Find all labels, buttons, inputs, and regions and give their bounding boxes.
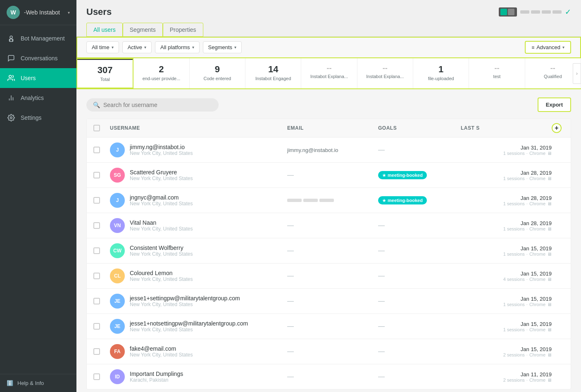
stat-test[interactable]: -- test (469, 58, 525, 88)
table-row[interactable]: J jimmy.ng@instabot.io New York City, Un… (87, 138, 571, 163)
tab-segments[interactable]: Segments (123, 23, 163, 37)
svg-point-0 (10, 36, 12, 38)
sidebar-logo[interactable]: W -Web Instabot ▾ (0, 0, 76, 25)
checkbox[interactable] (93, 373, 100, 380)
checkbox[interactable] (93, 147, 100, 153)
table-row[interactable]: JE jesse1+notsettingpw@militarytalentgro… (87, 314, 571, 339)
users-table: Username Email Goals Last S + J jimmy.ng… (86, 119, 571, 390)
row-checkbox[interactable] (93, 348, 110, 355)
table-row[interactable]: SG Scattered Gruyere New York City, Unit… (87, 163, 571, 188)
chevron-right-icon: › (576, 71, 578, 76)
tab-properties[interactable]: Properties (163, 23, 203, 37)
checkbox[interactable] (93, 247, 100, 254)
user-location: Karachi, Pakistan (130, 377, 183, 383)
table-row[interactable]: CL Coloured Lemon New York City, United … (87, 264, 571, 289)
user-details: Important Dumplings Karachi, Pakistan (130, 371, 183, 383)
user-location: New York City, United States (130, 327, 248, 333)
table-row[interactable]: ID Important Dumplings Karachi, Pakistan… (87, 364, 571, 389)
user-location: New York City, United States (130, 201, 193, 207)
sidebar-item-analytics[interactable]: Analytics (0, 88, 76, 108)
stat-file-uploaded[interactable]: 1 file-uploaded (413, 58, 469, 88)
checkbox[interactable] (93, 197, 100, 204)
chevron-icon: ▾ (144, 45, 146, 50)
time-filter[interactable]: All time ▾ (86, 41, 119, 53)
email-cell: — (287, 171, 378, 179)
tab-all-users[interactable]: All users (86, 23, 123, 37)
stat-instabot-engaged[interactable]: 14 Instabot Engaged (245, 58, 301, 88)
logo-text: -Web Instabot (24, 9, 68, 16)
user-location: New York City, United States (130, 150, 193, 156)
platform-filter[interactable]: All platforms ▾ (155, 41, 200, 53)
table-row[interactable]: JE jesse1+settingpw@militarytalentgroup.… (87, 289, 571, 314)
sidebar-item-label: Settings (21, 114, 42, 121)
stat-total[interactable]: 307 Total (76, 58, 133, 88)
browser: Chrome (529, 277, 545, 282)
last-meta: 1 sessions · Chrome 🖥 (461, 176, 552, 181)
row-checkbox[interactable] (93, 247, 110, 254)
bot-icon (7, 34, 16, 43)
row-checkbox[interactable] (93, 222, 110, 229)
browser: Chrome (529, 378, 545, 382)
checkbox[interactable] (93, 298, 100, 304)
stat-instabot-explana2[interactable]: -- Instabot Explana... (357, 58, 413, 88)
export-button[interactable]: Export (538, 97, 571, 112)
row-checkbox[interactable] (93, 323, 110, 330)
table-row[interactable]: FA fake4@email.com New York City, United… (87, 339, 571, 364)
email-dash: — (287, 272, 294, 279)
tabs-bar: All users Segments Properties (86, 22, 571, 36)
email-dash: — (287, 222, 294, 229)
browser: Chrome (529, 302, 545, 307)
last-meta: 1 sessions · Chrome 🖥 (461, 226, 552, 231)
last-session-cell: Jan 28, 2019 1 sessions · Chrome 🖥 (461, 220, 552, 231)
avatar: CL (110, 268, 125, 283)
sidebar-item-bot-management[interactable]: Bot Management (0, 29, 76, 48)
checkbox-all[interactable] (93, 125, 100, 131)
sidebar-item-conversations[interactable]: Conversations (0, 48, 76, 68)
sidebar-item-settings[interactable]: Settings (0, 108, 76, 128)
checkbox[interactable] (93, 348, 100, 355)
checkmark-icon[interactable]: ✓ (565, 7, 571, 17)
advanced-filter-btn[interactable]: ≡ Advanced ▾ (525, 41, 571, 54)
table-row[interactable]: J jngnyc@gmail.com New York City, United… (87, 188, 571, 213)
last-session-cell: Jan 15, 2019 1 sessions · Chrome 🖥 (461, 245, 552, 257)
stats-scroll-right[interactable]: › (573, 63, 581, 84)
checkbox[interactable] (93, 323, 100, 330)
select-all-checkbox[interactable] (93, 125, 110, 131)
stat-end-user[interactable]: 2 end-user provide... (133, 58, 189, 88)
table-row[interactable]: CW Consistent Wolfberry New York City, U… (87, 238, 571, 264)
goal-label: meeting-booked (388, 198, 423, 203)
last-meta: 2 sessions · Chrome 🖥 (461, 352, 552, 357)
col-last-session: Last S (461, 125, 552, 131)
add-column-button[interactable]: + (552, 123, 562, 133)
goals-dash: — (378, 272, 385, 279)
checkbox[interactable] (93, 273, 100, 279)
row-checkbox[interactable] (93, 172, 110, 178)
goals-dash: — (378, 247, 385, 254)
stat-code-entered[interactable]: 9 Code entered (190, 58, 245, 88)
checkbox[interactable] (93, 172, 100, 178)
row-checkbox[interactable] (93, 197, 110, 204)
row-checkbox[interactable] (93, 147, 110, 153)
row-checkbox[interactable] (93, 273, 110, 279)
checkbox[interactable] (93, 222, 100, 229)
table-header: Username Email Goals Last S + (87, 119, 571, 138)
last-meta: 1 sessions · Chrome 🖥 (461, 201, 552, 206)
row-checkbox[interactable] (93, 298, 110, 304)
status-filter[interactable]: Active ▾ (122, 41, 152, 53)
search-export-row: 🔍 Export (86, 97, 571, 112)
stat-instabot-explana1[interactable]: -- Instabot Explana... (301, 58, 357, 88)
user-location: New York City, United States (130, 276, 193, 282)
session-count: 2 sessions (503, 352, 525, 357)
goals-cell: ★meeting-booked (378, 196, 461, 204)
row-checkbox[interactable] (93, 373, 110, 380)
sidebar-item-users[interactable]: Users (0, 68, 76, 88)
table-row[interactable]: VN Vital Naan New York City, United Stat… (87, 213, 571, 238)
view-toggle[interactable] (499, 7, 517, 17)
goals-dash: — (378, 297, 385, 304)
sidebar-footer[interactable]: ℹ️ Help & Info (0, 374, 76, 392)
goals-cell-wrapper: — (378, 323, 461, 330)
search-input[interactable] (103, 102, 212, 108)
avatar: JE (110, 319, 125, 334)
segments-filter[interactable]: Segments ▾ (203, 41, 242, 53)
session-count: 1 sessions (503, 302, 525, 307)
